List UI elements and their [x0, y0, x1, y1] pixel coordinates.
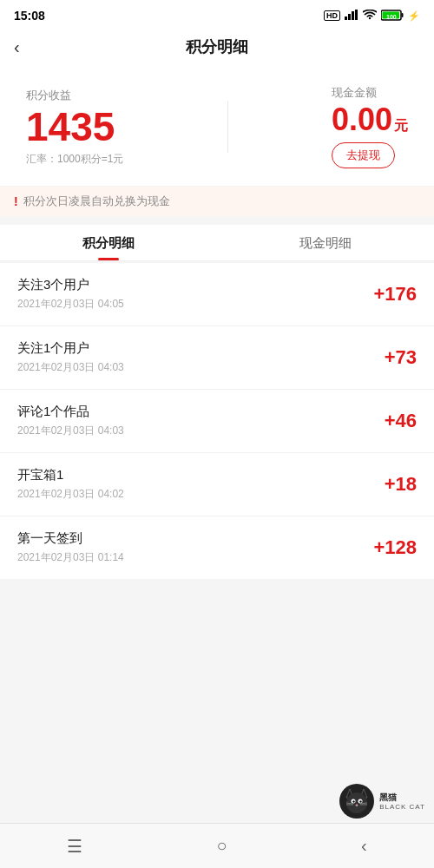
tab-points-detail[interactable]: 积分明细: [0, 225, 217, 260]
bottom-nav: ☰ ○ ‹: [0, 823, 434, 868]
item-title: 关注3个用户: [17, 277, 124, 293]
back-button[interactable]: ‹: [14, 37, 20, 57]
item-points: +18: [385, 473, 417, 496]
status-icons: HD 100 ⚡: [324, 10, 420, 23]
item-date: 2021年02月03日 04:05: [17, 297, 124, 312]
item-left: 开宝箱1 2021年02月03日 04:02: [17, 467, 124, 502]
page-title: 积分明细: [186, 36, 248, 57]
status-bar: 15:08 HD 100: [0, 0, 434, 28]
menu-icon[interactable]: ☰: [49, 832, 100, 860]
item-points: +176: [373, 283, 417, 306]
svg-text:100: 100: [386, 14, 397, 20]
transactions-list: 关注3个用户 2021年02月03日 04:05 +176 关注1个用户 202…: [0, 263, 434, 579]
cash-value-row: 0.00 元: [332, 104, 408, 135]
signal-icon: [345, 10, 358, 22]
svg-rect-2: [352, 11, 354, 20]
points-label: 积分收益: [26, 88, 71, 103]
wifi-icon: [363, 10, 377, 22]
svg-point-15: [359, 800, 361, 802]
item-date: 2021年02月03日 04:03: [17, 424, 124, 438]
item-title: 第一天签到: [17, 530, 124, 547]
item-left: 关注1个用户 2021年02月03日 04:03: [17, 340, 124, 375]
divider: [227, 101, 228, 153]
tab-cash-detail[interactable]: 现金明细: [217, 225, 434, 260]
item-points: +73: [385, 346, 417, 369]
cash-value: 0.00: [332, 104, 392, 135]
item-title: 评论1个作品: [17, 404, 124, 420]
battery-icon: 100: [381, 10, 404, 23]
points-value: 1435: [26, 107, 115, 147]
notice-text: 积分次日凌晨自动兑换为现金: [23, 194, 170, 209]
item-left: 关注3个用户 2021年02月03日 04:05: [17, 277, 124, 312]
cash-section: 现金金额 0.00 元 去提现: [332, 85, 408, 168]
svg-point-11: [346, 792, 367, 813]
points-section: 积分收益 1435 汇率：1000积分=1元: [26, 88, 123, 167]
svg-rect-3: [355, 10, 358, 20]
svg-rect-0: [345, 16, 347, 20]
notice-icon: !: [14, 194, 18, 208]
svg-rect-5: [402, 13, 404, 17]
list-item: 第一天签到 2021年02月03日 01:14 +128: [0, 516, 434, 579]
page-header: ‹ 积分明细: [0, 28, 434, 68]
summary-card: 积分收益 1435 汇率：1000积分=1元 现金金额 0.00 元 去提现: [0, 68, 434, 186]
cash-label: 现金金额: [332, 85, 377, 101]
item-points: +128: [373, 536, 417, 559]
svg-point-14: [352, 800, 354, 802]
bolt-icon: ⚡: [408, 10, 420, 22]
withdraw-button[interactable]: 去提现: [332, 142, 395, 168]
item-date: 2021年02月03日 04:03: [17, 360, 124, 375]
home-icon[interactable]: ○: [200, 832, 245, 859]
yuan-unit: 元: [394, 117, 408, 135]
item-left: 第一天签到 2021年02月03日 01:14: [17, 530, 124, 565]
svg-rect-1: [348, 14, 351, 20]
item-title: 开宝箱1: [17, 467, 124, 483]
cat-sub-text: BLACK CAT: [379, 803, 425, 811]
item-date: 2021年02月03日 01:14: [17, 550, 124, 565]
cat-logo-icon: [338, 782, 376, 820]
item-title: 关注1个用户: [17, 340, 124, 357]
watermark: 黑猫 BLACK CAT: [338, 782, 425, 820]
status-time: 15:08: [14, 9, 45, 23]
list-item: 关注1个用户 2021年02月03日 04:03 +73: [0, 326, 434, 390]
list-item: 关注3个用户 2021年02月03日 04:05 +176: [0, 263, 434, 326]
item-date: 2021年02月03日 04:02: [17, 487, 124, 502]
item-left: 评论1个作品 2021年02月03日 04:03: [17, 404, 124, 438]
tab-bar: 积分明细 现金明细: [0, 225, 434, 261]
exchange-rate: 汇率：1000积分=1元: [26, 152, 123, 167]
notice-bar: ! 积分次日凌晨自动兑换为现金: [0, 187, 434, 216]
list-item: 评论1个作品 2021年02月03日 04:03 +46: [0, 390, 434, 453]
list-item: 开宝箱1 2021年02月03日 04:02 +18: [0, 453, 434, 516]
item-points: +46: [385, 410, 417, 432]
hd-icon: HD: [324, 10, 340, 21]
cat-name: 黑猫: [379, 792, 425, 803]
back-nav-icon[interactable]: ‹: [344, 832, 385, 859]
